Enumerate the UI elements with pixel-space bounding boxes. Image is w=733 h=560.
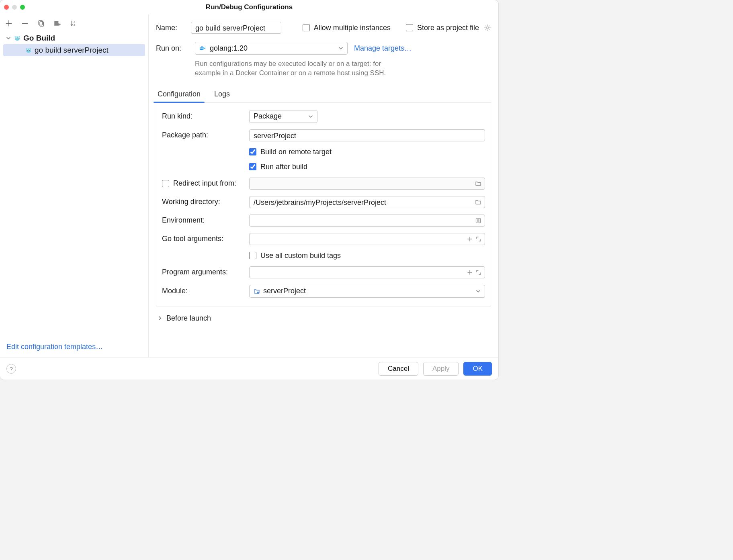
tab-logs[interactable]: Logs <box>213 86 231 102</box>
apply-button[interactable]: Apply <box>423 362 459 376</box>
run-on-hint: Run configurations may be executed local… <box>195 59 404 78</box>
store-project-file-label: Store as project file <box>417 24 479 32</box>
tab-configuration[interactable]: Configuration <box>156 86 202 102</box>
cancel-button[interactable]: Cancel <box>379 362 418 376</box>
store-as-project-file-checkbox[interactable]: Store as project file <box>406 24 479 32</box>
list-edit-icon[interactable] <box>475 217 481 224</box>
expand-icon[interactable] <box>476 236 481 242</box>
config-tabs: Configuration Logs <box>156 86 491 103</box>
use-all-custom-build-tags-checkbox[interactable]: Use all custom build tags <box>249 251 485 260</box>
edit-configuration-templates-link[interactable]: Edit configuration templates… <box>6 343 103 351</box>
allow-multiple-label: Allow multiple instances <box>314 24 391 32</box>
build-on-remote-target-checkbox[interactable]: Build on remote target <box>249 148 485 156</box>
name-value: go build serverProject <box>195 24 265 32</box>
svg-rect-19 <box>200 47 201 48</box>
window-title: Run/Debug Configurations <box>0 3 498 11</box>
run-kind-dropdown[interactable]: Package <box>249 110 317 123</box>
chevron-right-icon <box>158 316 162 321</box>
program-arguments-input[interactable] <box>249 266 485 278</box>
run-on-value: golang:1.20 <box>210 44 248 53</box>
configuration-panel: Run kind: Package Package path: <box>156 103 491 307</box>
svg-point-17 <box>30 48 31 49</box>
expand-icon[interactable] <box>476 270 481 275</box>
svg-rect-0 <box>39 20 42 25</box>
run-after-build-checkbox[interactable]: Run after build <box>249 163 485 171</box>
module-value: serverProject <box>263 287 306 295</box>
redirect-input-path-input[interactable] <box>249 178 485 190</box>
working-directory-label: Working directory: <box>162 198 244 206</box>
copy-icon[interactable] <box>37 19 45 27</box>
insert-macro-icon[interactable] <box>467 236 473 242</box>
svg-rect-20 <box>201 47 202 48</box>
details-panel: Name: go build serverProject Allow multi… <box>149 14 498 358</box>
chevron-down-icon <box>338 46 343 51</box>
before-launch-label: Before launch <box>166 314 211 323</box>
tree-item-label: go build serverProject <box>35 46 109 55</box>
environment-label: Environment: <box>162 216 244 225</box>
package-path-value: serverProject <box>254 132 296 140</box>
sort-icon[interactable]: az <box>69 19 77 27</box>
chevron-down-icon <box>308 114 313 119</box>
module-dropdown[interactable]: serverProject <box>249 285 485 298</box>
svg-rect-21 <box>202 47 203 48</box>
svg-point-14 <box>27 50 28 51</box>
svg-point-8 <box>18 38 19 39</box>
svg-point-15 <box>29 50 30 51</box>
svg-rect-22 <box>201 47 202 47</box>
insert-macro-icon[interactable] <box>467 270 473 275</box>
build-remote-label: Build on remote target <box>260 148 332 156</box>
svg-point-18 <box>487 27 489 29</box>
help-icon[interactable]: ? <box>6 364 16 374</box>
run-kind-value: Package <box>254 112 282 121</box>
tree-group-label: Go Build <box>23 34 55 43</box>
working-directory-input[interactable]: /Users/jetbrains/myProjects/serverProjec… <box>249 196 485 208</box>
package-path-input[interactable]: serverProject <box>249 129 485 141</box>
svg-point-10 <box>19 36 20 37</box>
manage-targets-link[interactable]: Manage targets… <box>354 44 412 53</box>
package-path-label: Package path: <box>162 131 244 139</box>
go-tool-arguments-label: Go tool arguments: <box>162 235 244 243</box>
ok-button[interactable]: OK <box>463 362 492 376</box>
name-label: Name: <box>156 24 186 32</box>
save-template-icon[interactable] <box>53 19 61 27</box>
svg-rect-26 <box>257 292 259 294</box>
run-kind-label: Run kind: <box>162 112 244 121</box>
sidebar-footer: Edit configuration templates… <box>0 339 148 358</box>
name-input[interactable]: go build serverProject <box>191 22 281 34</box>
svg-point-9 <box>15 36 16 37</box>
redirect-input-label: Redirect input from: <box>173 179 236 188</box>
docker-icon <box>199 45 207 51</box>
remove-icon[interactable] <box>21 19 29 27</box>
module-icon <box>254 288 260 294</box>
title-bar: Run/Debug Configurations <box>0 0 498 14</box>
gear-icon[interactable] <box>484 24 491 31</box>
working-directory-value: /Users/jetbrains/myProjects/serverProjec… <box>254 198 386 206</box>
run-debug-configurations-window: Run/Debug Configurations az <box>0 0 498 380</box>
tree-item-go-build-serverproject[interactable]: go build serverProject <box>3 44 145 56</box>
configurations-sidebar: az Go Build go build ser <box>0 14 149 358</box>
go-tool-arguments-input[interactable] <box>249 233 485 245</box>
dialog-footer: ? Cancel Apply OK <box>0 358 498 380</box>
run-after-build-label: Run after build <box>260 163 307 171</box>
environment-input[interactable] <box>249 215 485 227</box>
svg-rect-23 <box>202 47 203 47</box>
tree-group-go-build[interactable]: Go Build <box>3 32 145 44</box>
svg-point-7 <box>16 38 17 39</box>
program-arguments-label: Program arguments: <box>162 268 244 276</box>
before-launch-toggle[interactable]: Before launch <box>156 307 491 327</box>
folder-browse-icon[interactable] <box>475 180 481 187</box>
redirect-input-from-checkbox[interactable]: Redirect input from: <box>162 179 244 188</box>
module-label: Module: <box>162 287 244 295</box>
use-custom-tags-label: Use all custom build tags <box>260 251 341 260</box>
chevron-down-icon <box>476 289 481 294</box>
chevron-down-icon <box>6 35 11 41</box>
allow-multiple-instances-checkbox[interactable]: Allow multiple instances <box>303 24 391 32</box>
folder-browse-icon[interactable] <box>475 199 481 205</box>
gopher-icon <box>25 47 32 53</box>
configurations-tree: Go Build go build serverProject <box>0 30 148 339</box>
run-on-dropdown[interactable]: golang:1.20 <box>195 42 348 55</box>
add-icon[interactable] <box>5 19 13 27</box>
svg-rect-1 <box>40 22 43 26</box>
svg-point-16 <box>26 48 27 49</box>
run-on-label: Run on: <box>156 44 190 53</box>
